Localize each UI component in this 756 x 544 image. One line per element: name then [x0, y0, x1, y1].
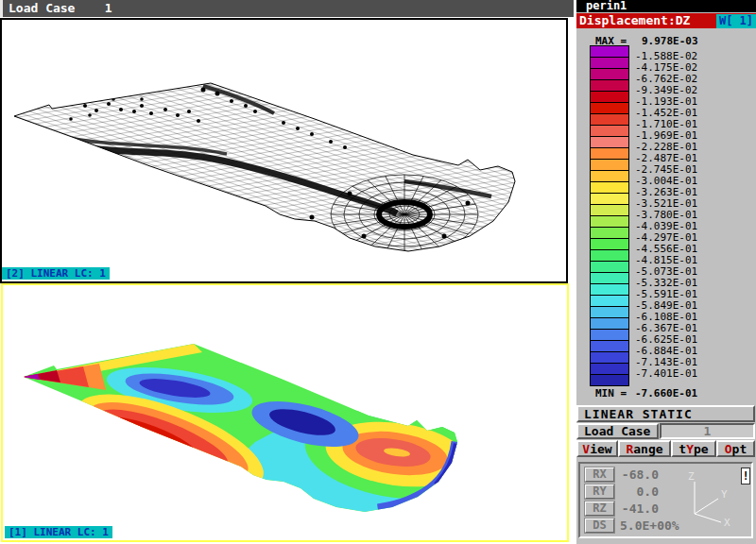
legend-color-band	[590, 69, 629, 80]
viewport-1-status-label: [1] LINEAR LC: 1	[5, 526, 112, 538]
legend-color-band	[590, 296, 629, 307]
legend-min-label: MIN =	[595, 387, 627, 400]
legend-color-band	[590, 80, 629, 92]
view-param-ry-button[interactable]: RY	[585, 484, 614, 499]
legend-color-band	[590, 194, 629, 205]
legend-color-band	[590, 273, 629, 284]
legend-color-band	[590, 318, 629, 330]
contour-plot	[3, 285, 567, 540]
radial-fan-mesh	[331, 175, 478, 254]
legend-color-band	[590, 250, 629, 262]
legend-color-band	[590, 341, 629, 352]
legend-color-band	[590, 307, 629, 318]
result-type-bar: Displacement:DZ W[ 1]	[576, 13, 756, 28]
legend-color-band	[590, 262, 629, 273]
window-titlebar[interactable]: Load Case 1	[0, 0, 574, 17]
axis-label-y: Y	[721, 488, 728, 501]
legend-color-band	[590, 330, 629, 341]
legend-color-band	[590, 364, 629, 375]
menu-button-opt[interactable]: Opt	[716, 440, 755, 457]
viewport-2-wireframe[interactable]: [2] LINEAR LC: 1	[0, 18, 568, 283]
legend-color-band	[590, 352, 629, 364]
legend-color-scale	[590, 45, 629, 386]
view-param-rz-value: -41.0	[620, 502, 659, 516]
axis-label-z: Z	[688, 470, 695, 483]
menu-button-view[interactable]: View	[576, 440, 618, 457]
view-param-ry-value: 0.0	[620, 485, 659, 499]
legend-color-band	[590, 375, 629, 386]
legend-max-value: 9.978E-03	[642, 35, 698, 47]
view-param-ds-value: 5.0E+00%	[620, 519, 686, 533]
control-panel: perin1 Displacement:DZ W[ 1] MAX = 9.978…	[576, 0, 756, 544]
legend-color-band	[590, 171, 629, 182]
axis-label-x: X	[724, 517, 730, 529]
legend-color-band	[590, 160, 629, 171]
legend-color-band	[590, 284, 629, 296]
legend-color-band	[590, 137, 629, 148]
legend-color-band	[590, 126, 629, 137]
axis-triad: Z Y X	[680, 468, 739, 534]
analysis-type-bar: LINEAR STATIC	[576, 405, 755, 422]
menu-button-range[interactable]: Range	[618, 440, 671, 457]
legend-color-band	[590, 148, 629, 160]
application-window: Load Case 1	[0, 0, 756, 544]
load-case-value[interactable]: 1	[660, 423, 755, 439]
menu-button-type[interactable]: tYpe	[671, 440, 716, 457]
load-case-button[interactable]: Load Case	[576, 423, 659, 439]
legend-color-band	[590, 239, 629, 250]
legend-color-band	[590, 216, 629, 228]
legend-color-band	[590, 103, 629, 114]
model-name-bar: perin1	[576, 0, 756, 12]
view-param-rx-button[interactable]: RX	[585, 468, 614, 482]
viewport-2-status-label: [2] LINEAR LC: 1	[2, 267, 110, 280]
legend-color-band	[590, 228, 629, 239]
legend-color-band	[590, 92, 629, 103]
legend-color-band	[590, 58, 629, 69]
window-number-badge[interactable]: W[ 1]	[716, 14, 756, 28]
legend-color-band	[590, 45, 629, 58]
view-param-rz-button[interactable]: RZ	[585, 502, 614, 516]
wireframe-mesh-plot	[2, 20, 566, 281]
legend-color-band	[590, 182, 629, 194]
legend-min-value: -7.660E-01	[635, 387, 697, 400]
view-param-rx-value: -68.0	[620, 468, 659, 482]
viewport-1-contour[interactable]: [1] LINEAR LC: 1	[1, 283, 569, 542]
menu-button-row: ViewRangetYpeOpt	[576, 440, 755, 457]
view-settings-panel: RX-68.0RY0.0RZ-41.0DS5.0E+00% Z Y X !	[578, 462, 753, 538]
legend-value: -7.401E-01	[635, 368, 697, 380]
alert-pin-icon[interactable]: !	[741, 468, 750, 484]
legend-color-band	[590, 205, 629, 216]
view-param-ds-button[interactable]: DS	[585, 518, 614, 533]
legend-color-band	[590, 114, 629, 126]
